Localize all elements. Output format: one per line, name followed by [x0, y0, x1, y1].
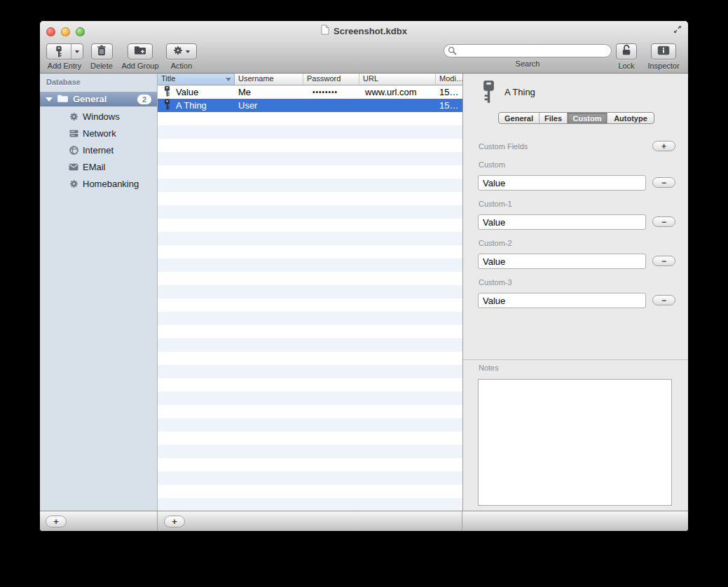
entry-count-badge: 2 [137, 95, 151, 104]
field-input-custom[interactable] [478, 175, 646, 191]
field-label-custom: Custom [479, 160, 505, 169]
column-header-title[interactable]: Title [158, 74, 235, 85]
tab-general[interactable]: General [499, 113, 540, 123]
sidebar-item-homebanking[interactable]: Homebanking [40, 175, 157, 192]
tab-files[interactable]: Files [540, 113, 568, 123]
notes-divider [463, 359, 688, 360]
table-row-selected[interactable]: A Thing User 15… [158, 99, 462, 112]
entry-modified: 15… [436, 87, 462, 97]
sidebar: Database General 2 Windows Network [40, 74, 158, 511]
sidebar-item-label: Windows [83, 111, 120, 122]
action-button[interactable] [166, 43, 197, 60]
server-icon [67, 129, 80, 138]
trash-icon [97, 45, 107, 59]
sidebar-item-internet[interactable]: Internet [40, 141, 157, 158]
tab-custom[interactable]: Custom [568, 113, 607, 123]
add-group-label: Add Group [121, 62, 158, 70]
document-icon [321, 25, 329, 38]
lock-icon [621, 44, 632, 59]
chevron-down-icon [186, 50, 190, 53]
add-group-bottom-button[interactable]: + [46, 516, 67, 527]
info-icon [657, 46, 670, 58]
key-icon [164, 85, 170, 99]
lock-button[interactable] [616, 43, 637, 60]
delete-group: Delete [86, 43, 117, 70]
custom-fields-heading: Custom Fields [479, 142, 528, 151]
sidebar-item-windows[interactable]: Windows [40, 108, 157, 125]
key-icon [47, 46, 71, 57]
delete-button[interactable] [91, 43, 113, 60]
table-row[interactable]: Value Me •••••••• www.url.com 15… [158, 85, 462, 99]
entry-list: Title Username Password URL Modi… Value … [158, 74, 462, 511]
field-label-custom-1: Custom-1 [479, 200, 512, 208]
folder-icon [57, 93, 69, 106]
inspector-label: Inspector [647, 62, 679, 70]
remove-field-button[interactable]: − [652, 177, 675, 188]
sidebar-item-label: EMail [83, 162, 106, 172]
entry-username: Me [235, 87, 303, 97]
sort-arrow-icon [226, 78, 231, 81]
window-chrome: Screenshot.kdbx Add Entry Delete [40, 21, 688, 74]
entry-password: •••••••• [303, 88, 359, 96]
remove-field-button[interactable]: − [652, 295, 675, 305]
search-icon [448, 46, 457, 58]
fullscreen-icon[interactable] [673, 25, 682, 37]
search-label: Search [516, 60, 540, 68]
lock-label: Lock [618, 62, 634, 70]
sidebar-group-general[interactable]: General 2 [40, 92, 157, 106]
column-header-url[interactable]: URL [359, 74, 436, 85]
add-entry-group: Add Entry [43, 43, 86, 70]
field-input-custom-1[interactable] [478, 214, 646, 230]
inspector-entry-title: A Thing [504, 87, 535, 97]
titlebar: Screenshot.kdbx [40, 24, 688, 38]
gear-icon [173, 46, 183, 58]
add-entry-dropdown[interactable] [71, 44, 83, 59]
column-header-modified[interactable]: Modi… [436, 74, 462, 85]
sidebar-group-label: General [73, 94, 137, 104]
table-header: Title Username Password URL Modi… [158, 74, 462, 85]
add-entry-label: Add Entry [48, 62, 81, 70]
inspector-tabs: General Files Custom Autotype [498, 112, 654, 124]
search-input[interactable] [444, 44, 612, 57]
entry-list-empty-rows [158, 112, 462, 511]
add-group-button[interactable] [128, 43, 153, 60]
tab-autotype[interactable]: Autotype [607, 113, 654, 123]
remove-field-button[interactable]: − [652, 216, 675, 227]
inspector-panel: A Thing General Files Custom Autotype Cu… [462, 74, 688, 511]
gear-icon [67, 112, 80, 121]
inspector-button[interactable] [651, 43, 676, 60]
sidebar-item-network[interactable]: Network [40, 125, 157, 141]
bottom-bar: + + [40, 511, 688, 531]
add-custom-field-button[interactable]: + [652, 141, 675, 151]
add-group-group: Add Group [119, 43, 161, 70]
key-icon [482, 80, 495, 106]
search-group: Search [444, 43, 612, 68]
sidebar-item-label: Internet [83, 145, 114, 156]
window-title: Screenshot.kdbx [334, 26, 407, 36]
field-input-custom-3[interactable] [478, 293, 646, 308]
column-header-password[interactable]: Password [303, 74, 359, 85]
field-label-custom-3: Custom-3 [479, 278, 512, 286]
folder-plus-icon [134, 46, 146, 58]
column-header-username[interactable]: Username [235, 74, 303, 85]
divider [157, 511, 158, 531]
field-label-custom-2: Custom-2 [479, 239, 512, 247]
mail-icon [67, 163, 80, 171]
app-window: Screenshot.kdbx Add Entry Delete [40, 21, 688, 531]
notes-textarea[interactable] [478, 379, 672, 506]
entry-username: User [235, 100, 303, 111]
chevron-down-icon [75, 50, 79, 53]
add-entry-bottom-button[interactable]: + [164, 516, 185, 527]
action-group: Action [162, 43, 201, 70]
key-icon [164, 99, 170, 112]
entry-modified: 15… [436, 100, 462, 111]
disclosure-triangle-icon[interactable] [46, 97, 53, 102]
inspector-group: Inspector [643, 43, 684, 70]
sidebar-item-label: Homebanking [83, 179, 139, 189]
entry-url: www.url.com [359, 87, 436, 97]
sidebar-item-email[interactable]: EMail [40, 158, 157, 175]
field-input-custom-2[interactable] [478, 254, 646, 269]
notes-heading: Notes [479, 364, 499, 372]
add-entry-button[interactable] [46, 43, 83, 60]
remove-field-button[interactable]: − [652, 256, 675, 266]
